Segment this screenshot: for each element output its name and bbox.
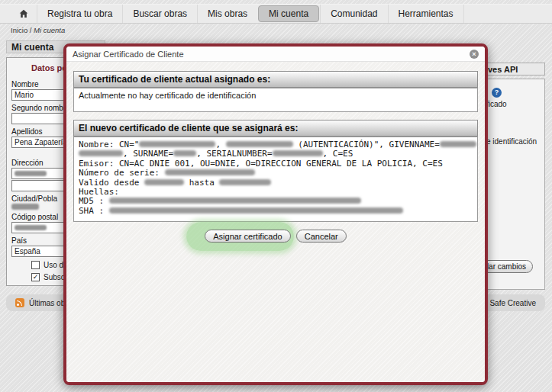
assign-certificate-button[interactable]: Asignar certificado [205, 230, 291, 243]
modal-title-bar: Asignar Certificado de Cliente × [66, 47, 485, 62]
checkbox-uso-de-fun[interactable] [31, 261, 40, 269]
new-cert-section-header: El nuevo certificado de cliente que se a… [73, 120, 478, 137]
redacted-value [79, 150, 123, 156]
nav-tabs: Registra tu obraBuscar obrasMis obrasMi … [37, 5, 464, 23]
certificate-line: , SURNAME=, SERIALNUMBER=, C=ES [79, 149, 473, 159]
rss-icon[interactable] [15, 298, 24, 307]
tab-herramientas[interactable]: Herramientas [388, 5, 464, 23]
close-icon[interactable]: × [470, 50, 479, 59]
redacted-value [226, 141, 293, 147]
house-glyph [19, 9, 28, 18]
home-icon[interactable] [11, 4, 37, 24]
certificate-line: Huellas: [79, 188, 473, 197]
redacted-value [109, 207, 403, 214]
api-panel-text-1: ficado [486, 100, 507, 108]
modal-button-row: Asignar certificado Cancelar [73, 230, 478, 243]
modal-title: Asignar Certificado de Cliente [73, 50, 184, 59]
certificate-modal: Asignar Certificado de Cliente × Tu cert… [63, 43, 488, 385]
redacted-value [144, 179, 184, 185]
certificate-line: Número de serie: [79, 169, 473, 178]
redacted-value [219, 179, 271, 185]
tab-comunidad[interactable]: Comunidad [320, 5, 387, 23]
api-panel-text-2: e identificación [486, 137, 537, 146]
cancel-button[interactable]: Cancelar [296, 230, 347, 243]
tab-mis-obras[interactable]: Mis obras [197, 5, 257, 23]
checkbox-subscribirs[interactable]: ✓ [31, 273, 40, 281]
redacted-value [165, 169, 255, 175]
top-navbar: Registra tu obraBuscar obrasMis obrasMi … [0, 4, 552, 24]
redacted-value [109, 198, 361, 204]
breadcrumb: Inicio / Mi cuenta [11, 26, 65, 34]
tab-registra-tu-obra[interactable]: Registra tu obra [37, 5, 122, 23]
certificate-line: Valido desde hasta [79, 178, 473, 188]
redacted-value [11, 204, 39, 210]
help-icon[interactable]: ? [492, 88, 502, 98]
new-cert-box: Nombre: CN=", (AUTENTICACIÓN)", GIVENNAM… [73, 137, 478, 222]
breadcrumb-current: Mi cuenta [34, 26, 65, 34]
current-cert-section-header: Tu certificado de cliente actual asignad… [73, 71, 478, 88]
breadcrumb-root[interactable]: Inicio / [11, 26, 31, 34]
certificate-line: MD5 : [79, 197, 473, 206]
redacted-value [440, 141, 476, 147]
redacted-value [139, 141, 215, 147]
certificate-line: SHA : [79, 207, 473, 216]
tab-buscar-obras[interactable]: Buscar obras [122, 5, 197, 23]
tab-mi-cuenta[interactable]: Mi cuenta [258, 5, 319, 22]
current-cert-box: Actualmente no hay certificado de identi… [73, 88, 478, 112]
redacted-value [15, 225, 47, 230]
redacted-value [15, 171, 47, 176]
modal-body: Tu certificado de cliente actual asignad… [66, 62, 485, 383]
redacted-value [173, 150, 196, 156]
redacted-value [273, 150, 323, 156]
